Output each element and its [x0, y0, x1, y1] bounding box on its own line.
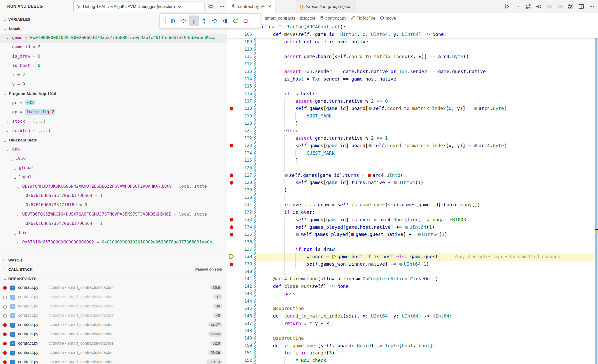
code-line-128[interactable]: 128 self.games[game_id].turns.native + U…	[227, 179, 598, 186]
code-line-146[interactable]: 146 def coord_to_matrix_index(self, x: U…	[227, 312, 598, 320]
line-number[interactable]: 131	[227, 201, 252, 209]
line-number[interactable]: 140	[227, 268, 252, 275]
variable-row[interactable]: 0x67616d65735f706c61796564 = 1	[0, 219, 227, 229]
step-back-button[interactable]	[209, 15, 220, 26]
code-line-122[interactable]: 122 assert game.turns.native % 2 == 1	[227, 134, 598, 142]
line-number[interactable]: 144	[227, 298, 252, 305]
line-number[interactable]: 122	[227, 134, 252, 142]
breakpoint-row[interactable]: contract.pytictactoe • smart_contracts/t…	[0, 349, 227, 358]
variable-row[interactable]: is_host = 0	[0, 61, 227, 71]
chevron-down-icon[interactable]: ⌄	[13, 175, 17, 180]
chevron-right-icon[interactable]: ›	[6, 129, 8, 134]
line-number[interactable]: 130	[227, 194, 252, 201]
line-number[interactable]: 113	[227, 68, 252, 75]
current-change-icon[interactable]	[545, 2, 554, 11]
breakpoint-dot-icon[interactable]	[230, 225, 233, 229]
chevron-down-icon[interactable]: ⌄	[3, 138, 7, 143]
code-line-120[interactable]: 120 )	[227, 120, 598, 127]
line-number[interactable]: 116	[227, 90, 252, 98]
line-number[interactable]: 115	[227, 83, 252, 90]
line-number[interactable]: 126	[227, 164, 252, 172]
continue-button[interactable]	[168, 15, 178, 26]
variable-row[interactable]: ›game = 0x010000000102010002a0693878ae37…	[0, 34, 227, 43]
breadcrumb-item-tictactoe[interactable]: tictactoe	[300, 16, 316, 21]
code-line-143[interactable]: 143 pass	[227, 290, 598, 298]
launch-config-dropdown[interactable]: Debug TEAL via AlgoKit AVM Debugger (tic…	[73, 2, 204, 12]
inline-step-target-icon[interactable]	[418, 233, 421, 236]
code-line-33[interactable]: 33class TicTacToe(ARC4Contract):	[227, 23, 598, 31]
code-line-137[interactable]: 137 if not is_draw:	[227, 246, 598, 253]
close-icon[interactable]: ×	[268, 4, 271, 9]
code-line-149[interactable]: 149 @subroutine	[227, 335, 598, 342]
inline-step-target-icon[interactable]	[368, 144, 372, 147]
breakpoint-row[interactable]: contract.pytictactoe • smart_contracts/t…	[0, 302, 227, 311]
code-line-139[interactable]: 139 self.games_won[winner.native] += UIn…	[227, 260, 598, 268]
line-number[interactable]: 110	[227, 46, 252, 53]
breakpoint-checkbox[interactable]	[10, 304, 15, 309]
code-line-113[interactable]: 113 assert Txn.sender == game.host.nativ…	[227, 68, 598, 75]
variable-row[interactable]: ⌄global	[0, 164, 227, 173]
code-line-125[interactable]: 125 )	[227, 157, 598, 164]
line-number[interactable]: 106	[227, 31, 252, 38]
code-line-150[interactable]: 150 def is_game_over(self, board: Board)…	[227, 342, 598, 350]
line-number[interactable]: 150	[227, 342, 252, 350]
variable-row[interactable]: ⌄1916	[0, 154, 227, 164]
code-line-118[interactable]: 118 self.games[game_id].board[self.coord…	[227, 105, 598, 112]
line-number[interactable]: 129	[227, 186, 252, 194]
source-control-graph-icon[interactable]	[566, 2, 575, 11]
code-line-135[interactable]: 135 self.games_played[game.guest.native]…	[227, 231, 598, 238]
step-over-button[interactable]	[178, 15, 189, 26]
gear-icon[interactable]	[207, 3, 215, 10]
line-number[interactable]: 147	[227, 320, 252, 327]
breakpoint-dot-icon[interactable]	[230, 173, 233, 177]
next-change-icon[interactable]	[556, 2, 564, 11]
inline-step-target-icon[interactable]	[399, 263, 403, 266]
code-line-121[interactable]: 121 else:	[227, 127, 598, 134]
breakpoint-row[interactable]: contract.pytictactoe • smart_contracts/t…	[0, 358, 227, 364]
line-number[interactable]: 145	[227, 305, 252, 312]
split-editor-icon[interactable]	[577, 2, 585, 11]
breakpoint-dot-icon[interactable]	[230, 107, 233, 110]
line-number[interactable]: 125	[227, 157, 252, 164]
code-line-152[interactable]: 152 # Row check	[227, 357, 598, 364]
line-number[interactable]: 146	[227, 312, 252, 320]
code-line-144[interactable]: 144	[227, 298, 598, 305]
breakpoint-checkbox[interactable]	[10, 295, 15, 300]
breakpoint-checkbox[interactable]	[10, 286, 15, 290]
code-line-136[interactable]: 136	[227, 238, 598, 246]
line-number[interactable]: 114	[227, 75, 252, 83]
chevron-down-icon[interactable]: ⌄	[3, 91, 7, 97]
variable-row[interactable]: pc = 738	[0, 99, 227, 108]
variable-row[interactable]: is_draw = 0	[0, 52, 227, 61]
inline-step-target-icon[interactable]	[394, 181, 397, 184]
chevron-down-icon[interactable]: ⌄	[3, 26, 7, 32]
line-number[interactable]: 141	[227, 275, 252, 283]
code-line-132[interactable]: 132 if is_over:	[227, 209, 598, 216]
code-line-141[interactable]: 141 @arc4.baremethod(allow_actions=[OnCo…	[227, 275, 598, 283]
variable-row[interactable]: op = frame_dig 2	[0, 108, 227, 117]
line-number[interactable]: 151	[227, 349, 252, 357]
code-line-111[interactable]: 111 assert game.board[self.coord_to_matr…	[227, 53, 598, 60]
variable-row[interactable]: 0x67616d65735f776f6e = 0	[0, 201, 227, 210]
toolbar-drag-handle[interactable]	[161, 15, 168, 26]
variable-row[interactable]: ⌄OEYWY64H3D7QK6KCGG6NM2XKKOTZB6BEGZ2P6VA…	[0, 182, 227, 192]
breadcrumb-item-smart-contracts[interactable]: smart_contracts	[265, 16, 295, 21]
code-line-115[interactable]: 115	[227, 83, 598, 90]
line-number[interactable]: 120	[227, 120, 252, 127]
chevron-right-icon[interactable]: ›	[17, 240, 18, 245]
line-number[interactable]: 112	[227, 60, 252, 68]
line-number[interactable]: 124	[227, 149, 252, 157]
chevron-down-icon[interactable]: ⌄	[13, 231, 17, 236]
code-line-130[interactable]: 130	[227, 194, 598, 201]
code-line-110[interactable]: 110	[227, 46, 598, 53]
line-number[interactable]: 136	[227, 238, 252, 246]
inline-step-target-icon[interactable]	[474, 107, 477, 110]
call-stack-section-header[interactable]: › CALL STACK Paused on step	[0, 265, 227, 274]
code-line-127[interactable]: 127 self.games[game_id].turns = arc4.UIn…	[227, 172, 598, 179]
code-line-109[interactable]: 109 assert not game.is_over.native	[227, 38, 598, 46]
step-out-button[interactable]	[199, 15, 209, 26]
breadcrumb-item-move[interactable]: move	[380, 16, 396, 21]
breadcrumb-item-tictactoe[interactable]: TicTacToe	[351, 16, 376, 21]
code-line-148[interactable]: 148	[227, 327, 598, 335]
line-number[interactable]: 109	[227, 38, 252, 46]
